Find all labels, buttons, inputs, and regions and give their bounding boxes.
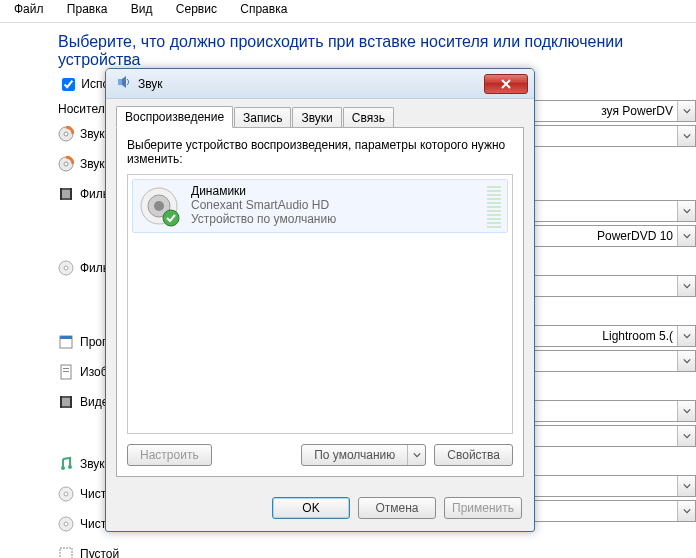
disc-icon	[58, 260, 74, 276]
instruction: Выберите устройство воспроизведения, пар…	[127, 138, 513, 166]
close-icon	[500, 79, 512, 89]
svg-point-22	[64, 492, 68, 496]
page-title: Выберите, что должно происходить при вст…	[58, 33, 696, 69]
ok-button[interactable]: OK	[272, 497, 350, 519]
svg-rect-5	[62, 190, 70, 198]
action-combo[interactable]	[522, 475, 696, 497]
combo-text: зуя PowerDV	[597, 104, 677, 118]
chevron-down-icon	[677, 401, 695, 421]
combo-text: Lightroom 5.(	[598, 329, 677, 343]
row-label: Пустой	[80, 547, 119, 558]
action-combo[interactable]	[522, 400, 696, 422]
properties-button[interactable]: Свойства	[434, 444, 513, 466]
svg-rect-16	[62, 398, 70, 406]
svg-rect-14	[63, 371, 69, 372]
svg-point-31	[154, 201, 164, 211]
music-icon	[58, 456, 74, 472]
menu-help[interactable]: Справка	[230, 0, 297, 19]
sound-icon	[116, 74, 132, 93]
set-default-button[interactable]: По умолчанию	[301, 444, 426, 466]
cancel-button[interactable]: Отмена	[358, 497, 436, 519]
sheet-icon	[58, 364, 74, 380]
action-combo[interactable]: Lightroom 5.(	[522, 325, 696, 347]
menu-tools[interactable]: Сервис	[166, 0, 227, 19]
svg-rect-6	[60, 188, 62, 200]
app-icon	[58, 334, 74, 350]
device-driver: Conexant SmartAudio HD	[191, 198, 487, 212]
use-autorun-checkbox[interactable]	[62, 78, 75, 91]
combo-text: PowerDVD 10	[593, 229, 677, 243]
svg-point-9	[64, 266, 68, 270]
action-combo[interactable]	[522, 500, 696, 522]
configure-button[interactable]: Настроить	[127, 444, 212, 466]
film-icon	[58, 394, 74, 410]
titlebar[interactable]: Звук	[106, 69, 534, 99]
media-row: Пустой	[58, 542, 696, 558]
action-combo[interactable]	[522, 275, 696, 297]
film-icon	[58, 186, 74, 202]
device-name: Динамики	[191, 184, 487, 198]
svg-rect-18	[70, 396, 72, 408]
chevron-down-icon	[677, 426, 695, 446]
chevron-down-icon	[677, 226, 695, 246]
speaker-icon	[137, 184, 185, 228]
disc-color-icon	[58, 126, 74, 142]
tab-pane: Выберите устройство воспроизведения, пар…	[116, 127, 524, 477]
tab-communication[interactable]: Связь	[343, 107, 394, 128]
menubar: Файл Правка Вид Сервис Справка	[0, 0, 696, 23]
chevron-down-icon	[677, 501, 695, 521]
dialog-title: Звук	[138, 77, 163, 91]
svg-rect-17	[60, 396, 62, 408]
svg-rect-7	[70, 188, 72, 200]
chevron-down-icon	[677, 326, 695, 346]
svg-point-24	[64, 522, 68, 526]
svg-rect-28	[118, 79, 122, 85]
set-default-label: По умолчанию	[302, 448, 407, 462]
device-item[interactable]: Динамики Conexant SmartAudio HD Устройст…	[132, 179, 508, 233]
chevron-down-icon	[677, 101, 695, 121]
chevron-down-icon	[677, 351, 695, 371]
chevron-down-icon	[677, 126, 695, 146]
tab-sounds[interactable]: Звуки	[292, 107, 341, 128]
apply-button[interactable]: Применить	[444, 497, 522, 519]
box-icon	[58, 546, 74, 558]
chevron-down-icon	[677, 276, 695, 296]
disc-color-icon	[58, 156, 74, 172]
sound-dialog: Звук Воспроизведение Запись Звуки Связь …	[105, 68, 535, 532]
chevron-down-icon	[677, 476, 695, 496]
svg-point-3	[64, 162, 68, 166]
svg-point-19	[61, 466, 65, 470]
action-combo[interactable]	[522, 125, 696, 147]
menu-file[interactable]: Файл	[4, 0, 54, 19]
tab-playback[interactable]: Воспроизведение	[116, 106, 233, 128]
device-status: Устройство по умолчанию	[191, 212, 487, 226]
action-combo[interactable]: зуя PowerDV	[522, 100, 696, 122]
svg-point-1	[64, 132, 68, 136]
tabs: Воспроизведение Запись Звуки Связь	[116, 105, 524, 127]
menu-edit[interactable]: Правка	[57, 0, 118, 19]
svg-point-20	[68, 465, 72, 469]
svg-rect-11	[60, 336, 72, 339]
action-combo[interactable]	[522, 350, 696, 372]
device-list[interactable]: Динамики Conexant SmartAudio HD Устройст…	[127, 174, 513, 434]
action-combo[interactable]	[522, 200, 696, 222]
svg-rect-25	[60, 548, 72, 558]
menu-view[interactable]: Вид	[121, 0, 163, 19]
action-combo[interactable]: PowerDVD 10	[522, 225, 696, 247]
disc-icon	[58, 486, 74, 502]
svg-rect-13	[63, 368, 69, 369]
chevron-down-icon[interactable]	[407, 445, 425, 465]
level-meter	[487, 184, 501, 228]
action-combo[interactable]	[522, 425, 696, 447]
close-button[interactable]	[484, 74, 528, 94]
tab-record[interactable]: Запись	[234, 107, 291, 128]
svg-point-32	[163, 210, 179, 226]
disc-icon	[58, 516, 74, 532]
chevron-down-icon	[677, 201, 695, 221]
